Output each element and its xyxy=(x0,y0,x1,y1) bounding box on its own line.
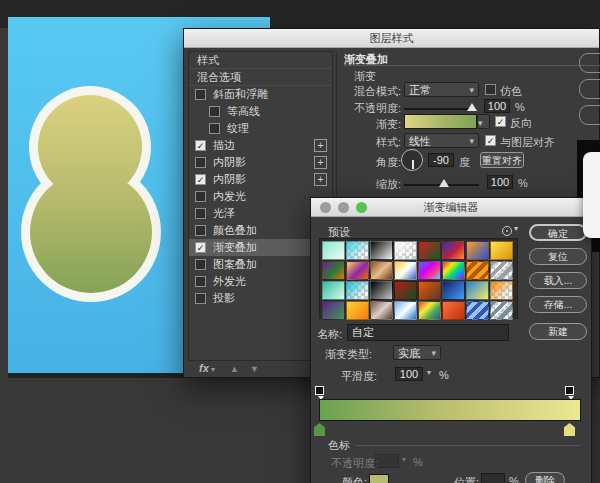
gradient-preset-23[interactable] xyxy=(490,281,513,300)
gradient-preset-9[interactable] xyxy=(346,261,369,280)
effect-checkbox[interactable] xyxy=(195,89,206,100)
gradient-preset-10[interactable] xyxy=(370,261,393,280)
gear-icon[interactable] xyxy=(502,226,512,236)
effect-row-2[interactable]: 纹理 xyxy=(189,120,332,137)
gradient-preset-5[interactable] xyxy=(442,241,465,260)
effect-row-1[interactable]: 等高线 xyxy=(189,103,332,120)
gradient-preset-8[interactable] xyxy=(322,261,345,280)
reverse-checkbox[interactable]: ✓ xyxy=(495,116,506,127)
gradient-preset-20[interactable] xyxy=(418,281,441,300)
gradient-preset-25[interactable] xyxy=(346,301,369,320)
effect-checkbox[interactable] xyxy=(195,208,206,219)
blend-mode-dropdown[interactable]: 正常 ▾ xyxy=(404,82,479,97)
delete-stop-button[interactable]: 删除 xyxy=(525,472,565,483)
new-button[interactable]: 新建 xyxy=(529,323,587,340)
name-input[interactable]: 自定 xyxy=(347,324,509,341)
minimize-icon[interactable] xyxy=(338,202,349,213)
effect-row-5[interactable]: ✓内阴影+ xyxy=(189,171,332,188)
effect-checkbox[interactable] xyxy=(195,259,206,270)
opacity-slider[interactable] xyxy=(404,108,472,110)
effect-checkbox[interactable] xyxy=(195,293,206,304)
effect-row-4[interactable]: 内阴影+ xyxy=(189,154,332,171)
effect-checkbox[interactable]: ✓ xyxy=(195,242,206,253)
opacity-value[interactable]: 100 xyxy=(484,99,510,113)
ok-button-cutoff[interactable] xyxy=(579,53,600,73)
gradient-preset-18[interactable] xyxy=(370,281,393,300)
reset-button-cutoff[interactable] xyxy=(579,79,600,99)
gradient-editor-title[interactable]: 渐变编辑器 xyxy=(311,198,591,217)
dither-checkbox[interactable] xyxy=(485,84,496,95)
gradient-preset-13[interactable] xyxy=(442,261,465,280)
gradient-preset-30[interactable] xyxy=(466,301,489,320)
angle-dial[interactable] xyxy=(401,149,423,171)
gradient-preset-7[interactable] xyxy=(490,241,513,260)
move-effect-up-icon[interactable]: ▲ xyxy=(230,364,239,374)
opacity-slider-thumb[interactable] xyxy=(467,103,477,111)
gradient-preset-3[interactable] xyxy=(394,241,417,260)
gradient-preset-21[interactable] xyxy=(442,281,465,300)
close-icon[interactable] xyxy=(320,202,331,213)
reset-align-button[interactable]: 重置对齐 xyxy=(480,152,524,168)
gradient-preset-11[interactable] xyxy=(394,261,417,280)
scale-value[interactable]: 100 xyxy=(487,175,513,189)
gradient-preset-24[interactable] xyxy=(322,301,345,320)
add-effect-instance-button[interactable]: + xyxy=(314,156,327,169)
scale-slider-thumb[interactable] xyxy=(439,179,449,187)
gradient-preset-17[interactable] xyxy=(346,281,369,300)
gradient-preset-15[interactable] xyxy=(490,261,513,280)
effect-checkbox[interactable]: ✓ xyxy=(195,140,206,151)
reset-button[interactable]: 复位 xyxy=(529,248,587,265)
align-with-layer-checkbox[interactable]: ✓ xyxy=(485,135,496,146)
opacity-stop-left[interactable] xyxy=(315,386,324,395)
zoom-window-icon[interactable] xyxy=(356,202,367,213)
effect-checkbox[interactable] xyxy=(195,191,206,202)
gradient-preset-28[interactable] xyxy=(418,301,441,320)
effect-checkbox[interactable] xyxy=(195,157,206,168)
gradient-type-dropdown[interactable]: 实底 ▾ xyxy=(393,345,441,360)
gradient-preset-4[interactable] xyxy=(418,241,441,260)
color-stop-right[interactable] xyxy=(564,423,575,436)
save-button[interactable]: 存储... xyxy=(529,296,587,313)
effect-checkbox[interactable] xyxy=(209,123,220,134)
ok-button[interactable]: 确定 xyxy=(529,224,587,241)
gradient-swatch-dropdown[interactable]: ▾ xyxy=(477,114,490,129)
load-button[interactable]: 载入... xyxy=(529,272,587,289)
gradient-preset-19[interactable] xyxy=(394,281,417,300)
effect-checkbox[interactable] xyxy=(195,225,206,236)
styles-header[interactable]: 样式 xyxy=(189,52,332,69)
gradient-swatch[interactable] xyxy=(404,114,477,129)
gradient-preset-26[interactable] xyxy=(370,301,393,320)
stop-location-value[interactable] xyxy=(481,473,505,483)
gradient-preset-12[interactable] xyxy=(418,261,441,280)
gradient-preset-14[interactable] xyxy=(466,261,489,280)
layer-style-title[interactable]: 图层样式 xyxy=(184,29,599,48)
color-stop-left[interactable] xyxy=(314,423,325,436)
cutoff-white-window xyxy=(583,152,600,238)
stop-color-swatch[interactable] xyxy=(369,474,389,483)
opacity-stop-right[interactable] xyxy=(565,386,574,395)
angle-value[interactable]: -90 xyxy=(428,153,454,167)
gradient-preset-1[interactable] xyxy=(346,241,369,260)
gradient-preset-0[interactable] xyxy=(322,241,345,260)
move-effect-down-icon[interactable]: ▼ xyxy=(250,364,259,374)
add-effect-instance-button[interactable]: + xyxy=(314,173,327,186)
new-style-button-cutoff[interactable] xyxy=(579,105,600,125)
gradient-preset-2[interactable] xyxy=(370,241,393,260)
effect-row-0[interactable]: 斜面和浮雕 xyxy=(189,86,332,103)
gradient-preset-22[interactable] xyxy=(466,281,489,300)
gradient-preset-29[interactable] xyxy=(442,301,465,320)
add-effect-instance-button[interactable]: + xyxy=(314,139,327,152)
smoothness-value[interactable]: 100 xyxy=(395,367,423,381)
gradient-preview-bar[interactable] xyxy=(319,399,581,421)
effect-checkbox[interactable] xyxy=(209,106,220,117)
effect-checkbox[interactable]: ✓ xyxy=(195,174,206,185)
gradient-preset-16[interactable] xyxy=(322,281,345,300)
effect-checkbox[interactable] xyxy=(195,276,206,287)
gradient-preset-27[interactable] xyxy=(394,301,417,320)
gradient-preset-6[interactable] xyxy=(466,241,489,260)
effect-row-3[interactable]: ✓描边+ xyxy=(189,137,332,154)
fx-menu-button[interactable]: fx xyxy=(199,362,209,374)
gradient-preset-31[interactable] xyxy=(490,301,513,320)
style-dropdown[interactable]: 线性 ▾ xyxy=(404,133,479,148)
blending-options-item[interactable]: 混合选项 xyxy=(189,69,332,86)
